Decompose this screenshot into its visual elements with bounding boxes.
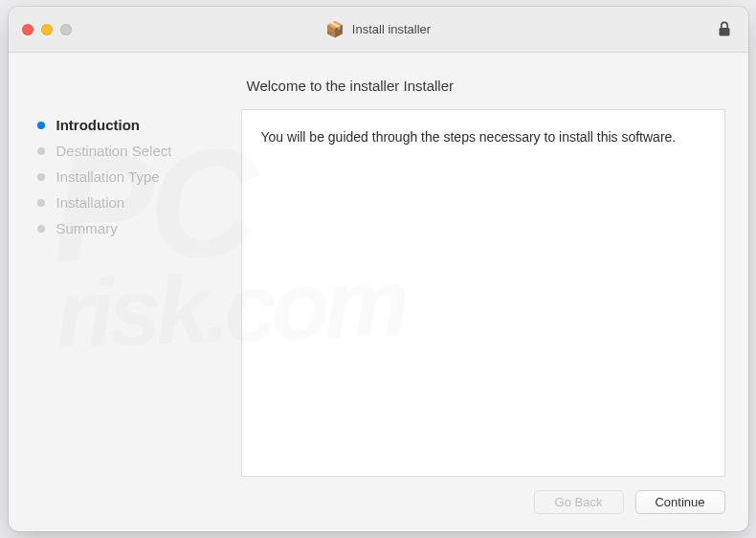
step-installation-type: Installation Type [37,164,233,190]
window-title: Install installer [352,22,431,36]
step-destination-select: Destination Select [37,138,233,164]
step-bullet-icon [37,199,45,207]
step-label: Installation Type [56,168,160,185]
window-controls [22,24,72,35]
window-title-group: 📦 Install installer [325,22,431,37]
step-bullet-icon [37,122,45,129]
step-label: Summary [56,220,118,236]
step-summary: Summary [37,215,233,241]
steps-list: Introduction Destination Select Installa… [37,112,233,241]
step-label: Installation [56,194,125,211]
continue-label: Continue [655,495,704,509]
lock-icon[interactable] [718,21,731,37]
step-label: Introduction [56,117,140,133]
main-panel: Welcome to the installer Installer You w… [233,53,748,531]
intro-text: You will be guided through the steps nec… [261,129,677,145]
svg-rect-0 [719,28,729,36]
maximize-window-button [60,24,72,35]
step-bullet-icon [37,225,45,233]
steps-sidebar: Introduction Destination Select Installa… [9,53,233,531]
step-label: Destination Select [56,143,172,159]
page-title: Welcome to the installer Installer [247,78,725,94]
step-bullet-icon [37,147,45,155]
window-body: Introduction Destination Select Installa… [9,53,748,531]
package-icon: 📦 [325,22,345,37]
step-installation: Installation [37,190,233,215]
installer-window: 📦 Install installer Introduction Destina… [9,7,748,531]
button-row: Go Back Continue [241,477,725,514]
titlebar: 📦 Install installer [9,7,748,53]
step-bullet-icon [37,173,45,181]
close-window-button[interactable] [22,24,33,35]
continue-button[interactable]: Continue [635,490,725,514]
step-introduction: Introduction [37,112,233,138]
go-back-label: Go Back [555,495,603,509]
minimize-window-button[interactable] [41,24,53,35]
go-back-button: Go Back [534,490,624,514]
content-box: You will be guided through the steps nec… [241,109,725,477]
